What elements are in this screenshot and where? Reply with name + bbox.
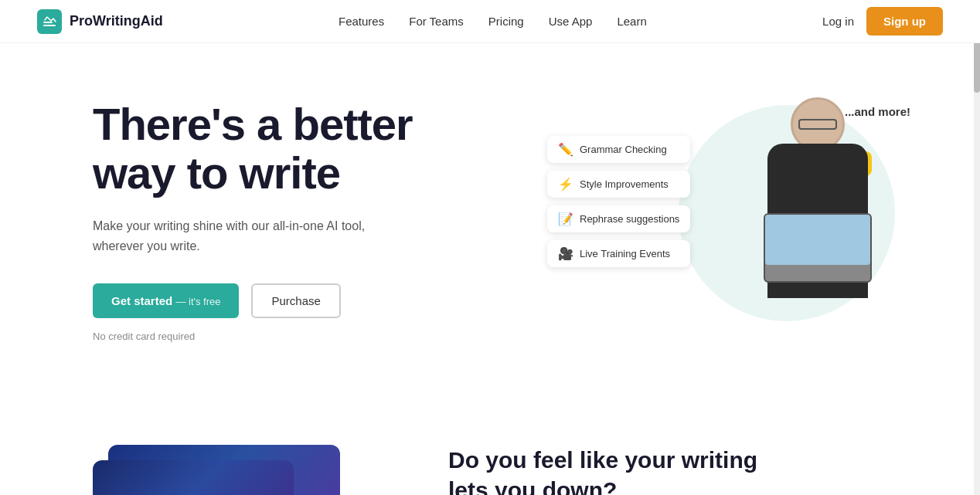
laptop-screen [765, 215, 870, 265]
nav-links: Features For Teams Pricing Use App Learn [339, 15, 647, 29]
login-button[interactable]: Log in [822, 15, 854, 28]
free-label: — it's free [175, 296, 220, 307]
training-icon: 🎥 [558, 246, 573, 261]
image-card-front [93, 460, 294, 495]
nav-actions: Log in Sign up [822, 7, 943, 36]
person-glasses [798, 119, 837, 130]
get-started-button[interactable]: Get started — it's free [93, 283, 239, 318]
svg-rect-0 [43, 25, 56, 26]
hero-illustration: ...and more! ✦ ✏️ Grammar Checking ⚡ Sty… [547, 90, 918, 352]
nav-learn[interactable]: Learn [617, 15, 646, 28]
rephrase-icon: 📝 [558, 212, 573, 226]
chip-rephrase-label: Rephrase suggestions [580, 213, 679, 225]
image-stack: My idea in my head [93, 445, 356, 495]
hero-subtitle: Make your writing shine with our all-in-… [93, 216, 413, 256]
hero-title-line2: way to write [93, 147, 340, 198]
svg-rect-1 [43, 22, 53, 23]
hero-person-container [740, 97, 895, 344]
chip-training: 🎥 Live Training Events [547, 240, 690, 267]
starry-pattern-front [93, 460, 294, 495]
hero-title: There's a better way to write [93, 100, 413, 198]
get-started-label: Get started [111, 294, 172, 307]
nav-pricing[interactable]: Pricing [488, 15, 524, 28]
hero-buttons: Get started — it's free Purchase [93, 283, 413, 318]
nav-for-teams[interactable]: For Teams [409, 15, 464, 28]
logo-text: ProWritingAid [70, 13, 163, 29]
purchase-button[interactable]: Purchase [251, 283, 340, 318]
chip-rephrase: 📝 Rephrase suggestions [547, 205, 690, 232]
hero-left: There's a better way to write Make your … [93, 100, 413, 343]
laptop [764, 213, 872, 283]
hero-section: There's a better way to write Make your … [0, 43, 980, 398]
chip-grammar: ✏️ Grammar Checking [547, 136, 690, 163]
scrollbar[interactable] [974, 0, 980, 495]
hero-title-line1: There's a better [93, 99, 413, 149]
no-credit-text: No credit card required [93, 331, 413, 342]
navbar: ProWritingAid Features For Teams Pricing… [0, 0, 980, 43]
chip-style-label: Style Improvements [580, 178, 669, 190]
section2: My idea in my head Do you feel like your… [0, 398, 980, 495]
style-icon: ⚡ [558, 177, 573, 192]
logo-icon [37, 9, 62, 34]
chip-training-label: Live Training Events [580, 248, 670, 259]
chip-style: ⚡ Style Improvements [547, 171, 690, 198]
grammar-icon: ✏️ [558, 142, 573, 157]
logo-link[interactable]: ProWritingAid [37, 9, 163, 34]
feature-chips: ✏️ Grammar Checking ⚡ Style Improvements… [547, 136, 690, 267]
signup-button[interactable]: Sign up [866, 7, 943, 36]
section2-right: Do you feel like your writing lets you d… [448, 445, 788, 495]
nav-use-app[interactable]: Use App [549, 15, 593, 28]
section2-left: My idea in my head [93, 445, 386, 495]
section2-title: Do you feel like your writing lets you d… [448, 445, 788, 495]
chip-grammar-label: Grammar Checking [580, 144, 667, 155]
nav-features[interactable]: Features [339, 15, 384, 28]
hero-right: ...and more! ✦ ✏️ Grammar Checking ⚡ Sty… [547, 90, 918, 352]
